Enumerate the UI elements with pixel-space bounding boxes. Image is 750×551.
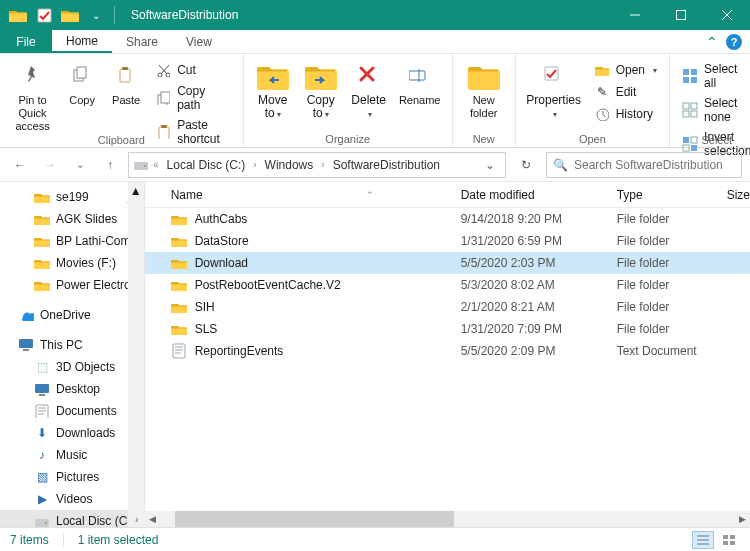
file-type: File folder — [607, 212, 717, 226]
tab-home[interactable]: Home — [52, 30, 112, 53]
svg-rect-38 — [730, 541, 735, 545]
history-button[interactable]: History — [588, 104, 663, 124]
column-headers[interactable]: Name⌃ Date modified Type Size — [145, 182, 750, 208]
ribbon-collapse-icon[interactable]: ⌃ — [706, 34, 718, 50]
breadcrumb[interactable]: Local Disc (C:) — [163, 158, 250, 172]
nav-pc-item[interactable]: ▶Videos — [0, 488, 144, 510]
nav-quick-item[interactable]: Movies (F:) — [0, 252, 144, 274]
minimize-button[interactable] — [612, 0, 658, 30]
navigation-bar: ← → ⌄ ↑ « Local Disc (C:) › Windows › So… — [0, 148, 750, 182]
horizontal-scrollbar[interactable]: ◀▶ — [145, 511, 750, 527]
tab-view[interactable]: View — [172, 30, 226, 53]
file-name: SIH — [195, 300, 215, 314]
cut-button[interactable]: Cut — [149, 60, 237, 80]
status-selection: 1 item selected — [78, 533, 159, 547]
table-row[interactable]: ReportingEvents5/5/2020 2:09 PMText Docu… — [145, 340, 750, 362]
navigation-pane[interactable]: se199📌AGK SlidesBP Lathi-CommuniMovies (… — [0, 182, 145, 527]
status-bar: 7 items 1 item selected — [0, 527, 750, 551]
back-button[interactable]: ← — [8, 153, 32, 177]
window-title: SoftwareDistribution — [131, 8, 238, 22]
ribbon-group-select: Select all Select none Invert selection … — [670, 54, 750, 147]
folder-icon — [171, 299, 187, 315]
copy-button[interactable]: Copy — [61, 56, 103, 107]
open-button[interactable]: Open▾ — [588, 60, 663, 80]
nav-this-pc[interactable]: This PC — [0, 334, 144, 356]
nav-onedrive[interactable]: OneDrive — [0, 304, 144, 326]
select-none-button[interactable]: Select none — [676, 94, 750, 126]
file-name: PostRebootEventCache.V2 — [195, 278, 341, 292]
chevron-icon[interactable]: « — [151, 159, 161, 170]
table-row[interactable]: SIH2/1/2020 8:21 AMFile folder — [145, 296, 750, 318]
tab-share[interactable]: Share — [112, 30, 172, 53]
select-all-button[interactable]: Select all — [676, 60, 750, 92]
up-button[interactable]: ↑ — [98, 153, 122, 177]
nav-quick-item[interactable]: Power Electronics — [0, 274, 144, 296]
breadcrumb[interactable]: Windows — [261, 158, 318, 172]
file-type: File folder — [607, 278, 717, 292]
nav-pc-item[interactable]: ▧Pictures — [0, 466, 144, 488]
table-row[interactable]: PostRebootEventCache.V25/3/2020 8:02 AMF… — [145, 274, 750, 296]
column-size[interactable]: Size — [717, 188, 750, 202]
view-details-button[interactable] — [692, 531, 714, 549]
nav-quick-item[interactable]: BP Lathi-Communi — [0, 230, 144, 252]
file-tab[interactable]: File — [0, 30, 52, 53]
table-row[interactable]: DataStore1/31/2020 6:59 PMFile folder — [145, 230, 750, 252]
table-row[interactable]: AuthCabs9/14/2018 9:20 PMFile folder — [145, 208, 750, 230]
refresh-button[interactable]: ↻ — [512, 152, 540, 178]
file-type: File folder — [607, 322, 717, 336]
chevron-right-icon[interactable]: › — [319, 159, 326, 170]
nav-pc-item[interactable]: Local Disc (C:) — [0, 510, 144, 527]
paste-shortcut-button[interactable]: Paste shortcut — [149, 116, 237, 148]
qat-dropdown[interactable]: ⌄ — [84, 4, 108, 26]
new-folder-button[interactable]: New folder — [459, 56, 509, 120]
file-name: AuthCabs — [195, 212, 248, 226]
paste-button[interactable]: Paste — [105, 56, 147, 107]
recent-locations-button[interactable]: ⌄ — [68, 153, 92, 177]
column-date[interactable]: Date modified — [451, 188, 607, 202]
file-date: 5/5/2020 2:03 PM — [451, 256, 607, 270]
search-input[interactable] — [574, 158, 735, 172]
qat-properties-icon[interactable] — [32, 4, 56, 26]
svg-rect-35 — [723, 535, 728, 539]
rename-button[interactable]: Rename — [394, 56, 446, 107]
navpane-expand-button[interactable]: › — [129, 511, 145, 527]
nav-pc-item[interactable]: ⬚3D Objects — [0, 356, 144, 378]
table-row[interactable]: SLS1/31/2020 7:09 PMFile folder — [145, 318, 750, 340]
address-dropdown[interactable]: ⌄ — [479, 158, 501, 172]
nav-quick-item[interactable]: AGK Slides — [0, 208, 144, 230]
file-type: File folder — [607, 300, 717, 314]
view-large-icons-button[interactable] — [718, 531, 740, 549]
nav-pc-item[interactable]: ♪Music — [0, 444, 144, 466]
move-to-button[interactable]: Move to▾ — [250, 56, 296, 121]
maximize-button[interactable] — [658, 0, 704, 30]
search-box[interactable]: 🔍 — [546, 152, 742, 178]
address-bar[interactable]: « Local Disc (C:) › Windows › SoftwareDi… — [128, 152, 506, 178]
properties-button[interactable]: Properties▾ — [522, 56, 586, 121]
nav-quick-item[interactable]: se199📌 — [0, 186, 144, 208]
file-type: File folder — [607, 256, 717, 270]
copy-path-button[interactable]: Copy path — [149, 82, 237, 114]
ribbon-group-organize: Move to▾ Copy to▾ Delete▾ Rename Organiz… — [244, 54, 453, 147]
close-button[interactable] — [704, 0, 750, 30]
table-row[interactable]: Download5/5/2020 2:03 PMFile folder — [145, 252, 750, 274]
nav-pc-item[interactable]: Desktop — [0, 378, 144, 400]
search-icon: 🔍 — [553, 158, 568, 172]
breadcrumb[interactable]: SoftwareDistribution — [329, 158, 444, 172]
file-rows[interactable]: AuthCabs9/14/2018 9:20 PMFile folderData… — [145, 208, 750, 511]
navpane-scrollbar[interactable]: ▲▼ — [128, 182, 144, 527]
edit-button[interactable]: ✎Edit — [588, 82, 663, 102]
copy-to-button[interactable]: Copy to▾ — [298, 56, 344, 121]
delete-button[interactable]: Delete▾ — [346, 56, 392, 121]
qat-folder-icon[interactable] — [6, 4, 30, 26]
nav-pc-item[interactable]: ⬇Downloads — [0, 422, 144, 444]
pin-to-quick-access-button[interactable]: Pin to Quick access — [6, 56, 59, 133]
column-type[interactable]: Type — [607, 188, 717, 202]
help-icon[interactable]: ? — [726, 34, 742, 50]
column-name[interactable]: Name⌃ — [161, 188, 451, 202]
forward-button[interactable]: → — [38, 153, 62, 177]
folder-icon — [171, 321, 187, 337]
nav-pc-item[interactable]: Documents — [0, 400, 144, 422]
chevron-right-icon[interactable]: › — [251, 159, 258, 170]
qat-open-folder-icon[interactable] — [58, 4, 82, 26]
file-date: 1/31/2020 6:59 PM — [451, 234, 607, 248]
